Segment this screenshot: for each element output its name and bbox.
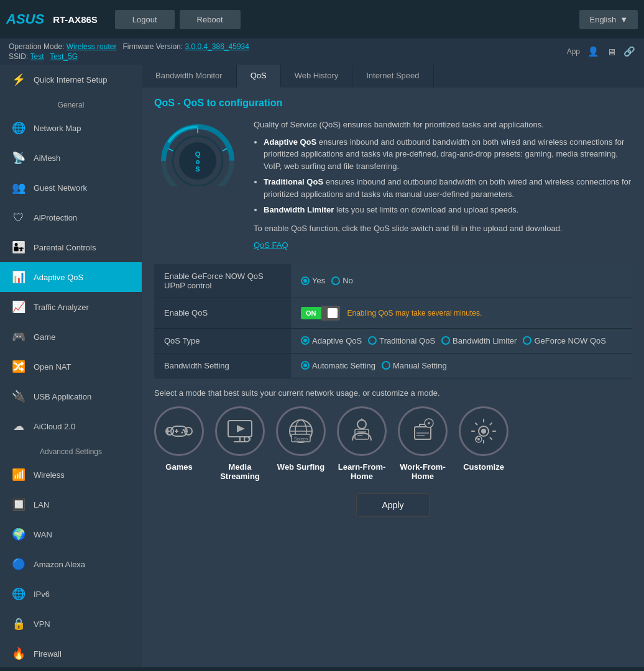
language-button[interactable]: English ▼ (579, 10, 638, 29)
operation-mode-link[interactable]: Wireless router (67, 42, 117, 51)
qos-type-geforce-now[interactable]: GeForce NOW QoS (523, 336, 606, 345)
sidebar-item-traffic-analyzer[interactable]: 📈 Traffic Analyzer (0, 292, 142, 322)
work-from-home-label: Work-From-Home (400, 462, 445, 481)
work-from-home-icon (398, 406, 448, 456)
sidebar-label-wireless: Wireless (34, 470, 65, 480)
logout-button[interactable]: Logout (115, 10, 175, 29)
ssid-link-1[interactable]: Test (30, 52, 44, 61)
qos-type-label: QoS Type (154, 328, 291, 353)
qos-type-adaptive[interactable]: Adaptive QoS (301, 336, 362, 345)
sidebar-item-quick-internet-setup[interactable]: ⚡ Quick Internet Setup (0, 65, 142, 94)
toggle-on-label: ON (301, 307, 321, 319)
bandwidth-manual-label: Manual Setting (393, 361, 447, 370)
user-icon[interactable]: 👤 (587, 46, 599, 57)
bandwidth-automatic[interactable]: Automatic Setting (301, 361, 375, 370)
svg-point-15 (185, 430, 187, 432)
reboot-button[interactable]: Reboot (180, 10, 241, 29)
geforce-yes-radio[interactable]: Yes (301, 276, 325, 285)
sidebar-item-parental-controls[interactable]: 👨‍👧 Parental Controls (0, 232, 142, 262)
sidebar-label-amazon-alexa: Amazon Alexa (34, 560, 85, 569)
sidebar-item-game[interactable]: 🎮 Game (0, 322, 142, 352)
svg-point-44 (481, 429, 486, 434)
feature-list: Adaptive QoS ensures inbound and outboun… (264, 136, 632, 216)
language-label: English (589, 15, 616, 24)
toggle-slider[interactable] (321, 306, 340, 321)
qos-faq-link[interactable]: QoS FAQ (254, 239, 632, 252)
sidebar-item-usb-application[interactable]: 🔌 USB Application (0, 381, 142, 411)
feature-adaptive: Adaptive QoS ensures inbound and outboun… (264, 136, 632, 173)
bandwidth-manual[interactable]: Manual Setting (382, 361, 447, 370)
sidebar-item-wireless[interactable]: 📶 Wireless (0, 460, 142, 490)
sidebar-item-aiprotection[interactable]: 🛡 AiProtection (0, 203, 142, 232)
tab-bandwidth-monitor[interactable]: Bandwidth Monitor (142, 65, 237, 88)
sidebar-item-aimesh[interactable]: 📡 AiMesh (0, 143, 142, 173)
geforce-label: Enable GeForce NOW QoS UPnP control (154, 264, 291, 298)
amazon-alexa-icon: 🔵 (10, 555, 27, 573)
ssid-link-2[interactable]: Test_5G (50, 52, 78, 61)
mode-card-learn-from-home[interactable]: Learn-From-Home (337, 406, 387, 481)
sidebar-item-network-map[interactable]: 🌐 Network Map (0, 113, 142, 143)
sidebar-general-label: General (0, 94, 142, 113)
mode-card-media-streaming[interactable]: MediaStreaming (215, 406, 265, 481)
qos-type-traditional[interactable]: Traditional QoS (368, 336, 435, 345)
tab-web-history[interactable]: Web History (281, 65, 353, 88)
qos-toggle[interactable]: ON (301, 306, 340, 321)
svg-point-16 (182, 431, 183, 433)
aiprotection-icon: 🛡 (10, 209, 27, 226)
info-bar: Operation Mode: Wireless router Firmware… (0, 39, 644, 65)
svg-marker-22 (237, 425, 245, 432)
sidebar-label-adaptive-qos: Adaptive QoS (34, 273, 83, 282)
feature-adaptive-text: ensures inbound and outbound bandwidth o… (264, 137, 624, 171)
apply-button[interactable]: Apply (356, 493, 429, 517)
mode-card-work-from-home[interactable]: Work-From-Home (398, 406, 448, 481)
sidebar-item-vpn[interactable]: 🔒 VPN (0, 609, 142, 639)
geforce-no-circle (331, 276, 340, 285)
share-icon[interactable]: 🔗 (623, 46, 635, 57)
sidebar-label-aimesh: AiMesh (34, 153, 60, 163)
svg-point-31 (357, 420, 366, 429)
firmware-link[interactable]: 3.0.0.4_386_45934 (185, 42, 249, 51)
sidebar-label-quick-internet-setup: Quick Internet Setup (34, 75, 108, 84)
qos-traditional-label: Traditional QoS (379, 336, 435, 345)
feature-adaptive-bold: Adaptive QoS (264, 137, 316, 147)
sidebar-item-lan[interactable]: 🔲 LAN (0, 490, 142, 519)
intro-section: Q o S Quality of Service (QoS) ensures b… (154, 119, 632, 252)
mode-card-web-surfing[interactable]: Screen Web Surfing (276, 406, 326, 481)
sidebar-label-lan: LAN (34, 500, 49, 509)
top-bar: ASUS RT-AX86S Logout Reboot English ▼ (0, 0, 644, 39)
content-area: Bandwidth Monitor QoS Web History Intern… (142, 65, 644, 667)
geforce-no-radio[interactable]: No (331, 276, 353, 285)
network-map-icon: 🌐 (10, 119, 27, 137)
sidebar-item-adaptive-qos[interactable]: 📊 Adaptive QoS (0, 262, 142, 292)
sidebar-item-aicloud[interactable]: ☁ AiCloud 2.0 (0, 411, 142, 441)
monitor-icon[interactable]: 🖥 (607, 47, 616, 57)
sidebar-item-amazon-alexa[interactable]: 🔵 Amazon Alexa (0, 549, 142, 579)
sidebar-label-firewall: Firewall (34, 649, 62, 659)
svg-point-46 (477, 438, 480, 440)
vpn-icon: 🔒 (10, 615, 27, 632)
sidebar-item-firewall[interactable]: 🔥 Firewall (0, 639, 142, 669)
sidebar-item-ipv6[interactable]: 🌐 IPv6 (0, 579, 142, 609)
sidebar-item-guest-network[interactable]: 👥 Guest Network (0, 173, 142, 203)
aicloud-icon: ☁ (10, 418, 27, 435)
traffic-analyzer-icon: 📈 (10, 298, 27, 316)
usb-application-icon: 🔌 (10, 388, 27, 405)
sidebar-item-wan[interactable]: 🌍 WAN (0, 519, 142, 549)
tab-internet-speed[interactable]: Internet Speed (352, 65, 433, 88)
qos-bandwidth-label: Bandwidth Limiter (453, 336, 517, 345)
qos-type-bandwidth[interactable]: Bandwidth Limiter (441, 336, 517, 345)
mode-card-games[interactable]: Games (154, 406, 204, 481)
page-title: QoS - QoS to configuration (154, 98, 632, 109)
bandwidth-auto-circle (301, 361, 310, 370)
sidebar-item-open-nat[interactable]: 🔀 Open NAT (0, 352, 142, 381)
enable-qos-control: ON Enabling QoS may take several minutes… (291, 298, 632, 328)
svg-text:Screen: Screen (294, 437, 308, 441)
svg-line-8 (223, 148, 227, 151)
sidebar-label-aicloud: AiCloud 2.0 (34, 422, 75, 431)
geforce-control: Yes No (291, 264, 632, 298)
tabs: Bandwidth Monitor QoS Web History Intern… (142, 65, 644, 88)
game-icon: 🎮 (10, 328, 27, 345)
tab-qos[interactable]: QoS (237, 65, 281, 88)
mode-card-customize[interactable]: Customize (459, 406, 508, 481)
web-surfing-label: Web Surfing (277, 462, 324, 472)
